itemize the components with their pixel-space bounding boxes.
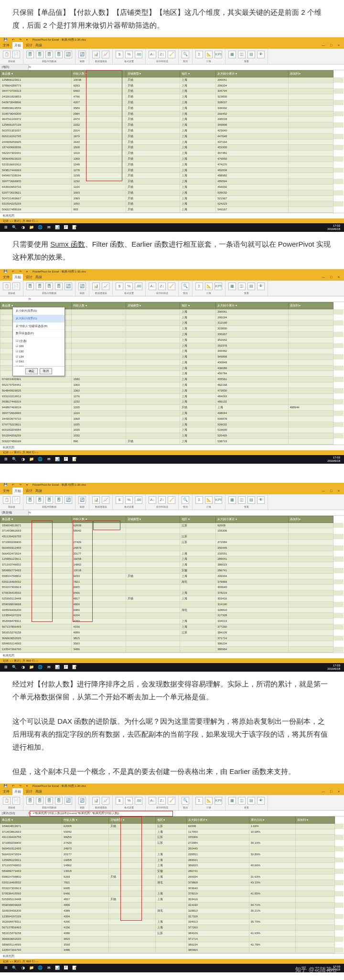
- taskbar-icon[interactable]: 🅿: [62, 456, 70, 463]
- ribbon-button[interactable]: Σ: [195, 283, 203, 290]
- ribbon-button[interactable]: .00: [135, 283, 142, 290]
- table-row[interactable]: 1235941972294204317328: [0, 914, 344, 919]
- table-row[interactable]: 3647611493722479天猫上海290018: [0, 117, 344, 122]
- ribbon-button[interactable]: Z↓: [158, 283, 166, 290]
- ribbon-button[interactable]: 👁: [257, 51, 265, 58]
- table-row[interactable]: 3100796492002984天猫上海266452: [0, 111, 344, 117]
- filter-checkbox[interactable]: ☑ 134: [16, 354, 62, 359]
- table-row[interactable]: 3997726669051232天猫上海489594: [0, 179, 344, 185]
- filter-menu[interactable]: 从小到大排序(S) 从大到小排序(O) 从"付款人"创建筛选器(R) 数字筛选器…: [12, 307, 65, 376]
- taskbar-icon[interactable]: ✉: [45, 664, 53, 671]
- table-row[interactable]: 5215166919121348天猫上海474270: [0, 162, 344, 167]
- table-row[interactable]: 5810152761584089江苏38410941.93%: [0, 930, 344, 936]
- ribbon-button[interactable]: 🧹: [168, 51, 175, 58]
- table-row[interactable]: 3520984783114200上海334013: [0, 619, 344, 624]
- table-row[interactable]: 3205094362004389湖北32881035.21%: [0, 908, 344, 914]
- column-header[interactable]: 店铺类型 ▾: [126, 516, 180, 523]
- table-row[interactable]: 56045031245524873250445: [0, 846, 344, 851]
- ribbon-button[interactable]: 📈: [102, 283, 109, 290]
- taskbar-icon[interactable]: 📝: [71, 224, 78, 231]
- tab-advanced[interactable]: 高级: [35, 43, 42, 49]
- ribbon-button[interactable]: 📐: [205, 797, 213, 805]
- table-row[interactable]: 5915942562391032上海520465: [0, 433, 344, 439]
- ribbon-button[interactable]: 📊: [92, 797, 100, 805]
- ribbon-button[interactable]: $: [116, 283, 123, 290]
- taskbar-icon[interactable]: 🅿: [62, 664, 70, 671]
- table-row[interactable]: 1874206600361508天猫上海453300: [0, 145, 344, 151]
- taskbar-icon[interactable]: 🌐: [36, 965, 44, 971]
- ribbon-button[interactable]: KPI: [215, 283, 222, 290]
- table-row[interactable]: 5580247988029293天猫上海29933431.63%: [0, 874, 344, 880]
- table-row[interactable]: 58998677343313018安徽286741: [0, 568, 344, 574]
- table-row[interactable]: 506227488169903天猫上海540167: [0, 207, 344, 213]
- table-row[interactable]: 37108023690027429江苏27298430.19%: [0, 840, 344, 846]
- table-row[interactable]: 12598612391116058上海289041: [0, 556, 344, 562]
- filter-checkbox[interactable]: ☑ (全选): [16, 338, 62, 344]
- ribbon-button[interactable]: 📈: [102, 51, 109, 58]
- ribbon-button[interactable]: 🔄: [78, 797, 86, 805]
- taskbar-icon[interactable]: 🔍: [11, 224, 18, 231]
- column-header[interactable]: 单品值 ▾: [0, 516, 72, 523]
- table-row[interactable]: 5315942252391050天猫上海524223: [0, 201, 344, 207]
- table-row[interactable]: 5253951134484817天猫上海353416: [0, 596, 344, 602]
- table-row[interactable]: 5938174460631278天猫上海482009: [0, 167, 344, 173]
- column-header[interactable]: 地区 ▾: [180, 302, 215, 309]
- ribbon-button[interactable]: 🔄: [78, 283, 86, 290]
- ribbon-button[interactable]: 🔄: [78, 51, 86, 58]
- ribbon-button[interactable]: 🔄: [64, 797, 72, 805]
- ribbon-button[interactable]: 🔍: [182, 797, 189, 805]
- table-row[interactable]: 5637013010372014天猫上海423640: [0, 128, 344, 133]
- column-header[interactable]: 地区 ▾: [180, 71, 215, 77]
- table-row[interactable]: 5580247988029293天猫上海299334: [0, 573, 344, 579]
- ribbon-button[interactable]: 📄: [12, 283, 20, 290]
- ribbon-button[interactable]: 🗄: [55, 51, 63, 58]
- formula-bar[interactable]: [地区]fx: [0, 65, 344, 70]
- table-row[interactable]: 0652161927951879天猫上海447648: [0, 133, 344, 139]
- table-row[interactable]: 3660636520203815371714: [0, 936, 344, 942]
- ribbon-button[interactable]: ◫: [238, 51, 246, 58]
- table-row[interactable]: 0742019003911580上海455561: [0, 377, 344, 382]
- ribbon-button[interactable]: KPI: [215, 51, 222, 58]
- ribbon-button[interactable]: A↓: [149, 797, 156, 805]
- ribbon-button[interactable]: 📋: [3, 283, 11, 290]
- taskbar-icon[interactable]: ◑: [19, 224, 27, 231]
- taskbar-icon[interactable]: 🅿: [62, 224, 70, 231]
- ribbon-button[interactable]: ▦: [228, 797, 236, 805]
- ribbon-button[interactable]: 🗄: [36, 283, 43, 290]
- taskbar-icon[interactable]: 📊: [54, 664, 61, 671]
- ribbon-button[interactable]: 📐: [205, 283, 213, 290]
- ribbon-button[interactable]: 📋: [3, 797, 11, 805]
- table-row[interactable]: 5409730488964207天猫上海328037: [0, 99, 344, 105]
- sort-asc[interactable]: 从小到大排序(S): [13, 307, 64, 315]
- filter-checkbox[interactable]: ☑ 109: [16, 344, 62, 349]
- tab-home[interactable]: 开始: [12, 42, 23, 49]
- column-header[interactable]: 从大到小累计 ▾: [186, 817, 249, 823]
- taskbar-icon[interactable]: ⊞: [2, 965, 10, 971]
- ribbon-button[interactable]: ▦: [228, 283, 236, 290]
- ribbon-button[interactable]: A↓: [149, 51, 156, 58]
- table-row[interactable]: 5671378564934156上海377260: [0, 925, 344, 931]
- table-row[interactable]: 37140386269355042155306: [0, 528, 344, 534]
- taskbar-icon[interactable]: 📁: [28, 456, 35, 463]
- table-row[interactable]: 5705364155926466上海37821941.85%: [0, 891, 344, 897]
- table-row[interactable]: 3997726669901224上海498044: [0, 411, 344, 416]
- table-row[interactable]: 56643247202420177上海235551: [0, 551, 344, 556]
- column-header[interactable]: 添加列 ▾: [288, 71, 333, 77]
- taskbar-icon[interactable]: ✉: [45, 965, 53, 971]
- ribbon-button[interactable]: 🔄: [78, 496, 86, 504]
- table-row[interactable]: 5531573339136905303640: [0, 885, 344, 891]
- column-header[interactable]: 付款人数 ▾: [62, 817, 109, 823]
- column-header[interactable]: 单品值 ▾: [0, 817, 62, 823]
- table-row[interactable]: 18960481397162008江苏62008: [0, 523, 344, 528]
- table-row[interactable]: 9331910199121276上海484093: [0, 393, 344, 399]
- ribbon-button[interactable]: KPI: [215, 797, 222, 805]
- table-row[interactable]: 5302164600327821湖北379868: [0, 579, 344, 585]
- table-row[interactable]: 3520984783114200上海33401335.79%: [0, 919, 344, 925]
- ribbon-button[interactable]: 📊: [92, 496, 100, 504]
- ribbon-button[interactable]: 🔍: [182, 51, 189, 58]
- ribbon-button[interactable]: ◫: [238, 283, 246, 290]
- taskbar-icon[interactable]: ⊞: [2, 456, 10, 463]
- table-row[interactable]: 12589612391110038天猫上海290041: [0, 77, 344, 83]
- taskbar-icon[interactable]: 🔍: [11, 456, 18, 463]
- ribbon-button[interactable]: Z↓: [158, 496, 166, 504]
